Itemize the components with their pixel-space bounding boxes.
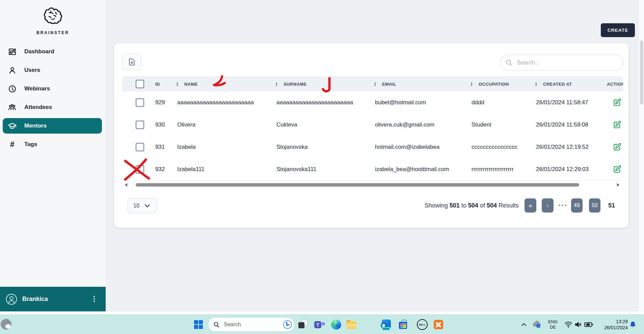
cell-occupation: dddd (472, 99, 484, 106)
onedrive-status-icon[interactable]: i (532, 321, 541, 329)
sort-icon[interactable]: ↕ (470, 81, 473, 87)
page-bottom-strip (0, 311, 644, 314)
cell-created-at: 26/01/2024 12:19:52 (536, 144, 589, 150)
sidebar-item-webinars[interactable]: Webinars (3, 81, 102, 96)
table-search (500, 55, 623, 71)
dell-icon[interactable]: DELL (417, 319, 428, 330)
row-checkbox[interactable] (136, 99, 144, 107)
sort-icon[interactable]: ↕ (535, 81, 537, 87)
edit-button[interactable] (613, 143, 621, 151)
tray-chevron-up-icon[interactable] (521, 323, 527, 326)
user-profile-bar[interactable]: Brankica (0, 287, 106, 311)
pagination-current-page[interactable]: 51 (608, 198, 615, 213)
pagination-page-button[interactable]: 49 (571, 198, 583, 213)
notification-bell-icon[interactable] (629, 321, 637, 329)
edit-pencil-icon (613, 143, 621, 151)
col-header-name[interactable]: NAME (184, 81, 198, 86)
task-view-icon[interactable] (298, 320, 308, 329)
pagination-first-button[interactable]: « (525, 198, 536, 213)
row-checkbox[interactable] (136, 165, 144, 174)
teams-icon[interactable]: T (314, 319, 325, 330)
sidebar-item-tags[interactable]: # Tags (3, 137, 102, 152)
table-horizontal-scrollbar[interactable] (122, 183, 623, 187)
battery-icon[interactable] (584, 321, 593, 328)
scroll-left-arrow-icon[interactable] (125, 183, 127, 187)
taskbar-clock[interactable]: 13:29 26/01/2024 (597, 318, 628, 331)
pagination-page-button[interactable]: 50 (589, 198, 600, 213)
edit-button[interactable] (613, 98, 621, 107)
brand-logo: BRAINSTER (0, 7, 106, 35)
sidebar-item-attendees[interactable]: Attendees (3, 100, 102, 115)
sidebar-item-label: Mentors (24, 122, 47, 129)
edge-browser-icon[interactable] (331, 319, 341, 330)
wifi-icon[interactable] (564, 321, 572, 328)
taskbar-search-input[interactable] (223, 321, 275, 328)
sort-icon[interactable]: ↕ (275, 81, 278, 87)
scroll-right-arrow-icon[interactable] (617, 183, 619, 187)
chevron-down-icon (145, 204, 150, 207)
scrollbar-thumb[interactable] (136, 183, 579, 187)
scrollbar-thumb[interactable] (640, 40, 643, 105)
hash-icon: # (7, 140, 17, 149)
volume-icon[interactable] (574, 321, 582, 328)
language-indicator[interactable]: ENGDE (546, 319, 560, 330)
taskbar-search[interactable] (208, 317, 294, 332)
outlook-icon[interactable]: NEW (381, 319, 391, 330)
col-header-occupation[interactable]: OCCUPATION (479, 81, 509, 86)
page-size-value: 10 (133, 203, 139, 209)
graduation-cap-icon (7, 121, 17, 131)
cell-surname: Cukleva (276, 121, 297, 128)
kebab-menu-icon[interactable] (93, 295, 96, 303)
pagination-ellipsis: ··· (558, 198, 568, 213)
cell-id: 929 (155, 99, 165, 106)
cell-email: hotmail.com@izabelabea (375, 144, 439, 150)
windows-start-icon[interactable] (194, 320, 203, 329)
page-vertical-scrollbar[interactable] (639, 0, 644, 314)
table-row: 931 Izabela Stojanovska hotmail.com@izab… (122, 136, 623, 159)
cell-created-at: 26/01/2024 11:58:47 (536, 99, 588, 106)
brainster-brain-icon (43, 7, 63, 28)
sidebar-item-label: Tags (24, 141, 37, 148)
sidebar-item-mentors[interactable]: Mentors (3, 118, 102, 134)
weather-widget-icon[interactable] (1, 319, 12, 330)
sort-icon[interactable]: ↕ (176, 81, 179, 87)
sidebar-item-users[interactable]: Users (3, 62, 102, 78)
cell-created-at: 26/01/2024 11:59:08 (536, 121, 588, 128)
clock-icon (7, 84, 17, 93)
microsoft-store-icon[interactable] (398, 319, 408, 330)
xampp-icon[interactable] (434, 320, 443, 329)
cell-occupation: rrrrrrrrrrrrrrrrrrrrrr (472, 166, 514, 173)
col-header-email[interactable]: EMAIL (382, 81, 396, 86)
export-button[interactable] (122, 54, 141, 70)
col-header-id[interactable]: ID (155, 81, 160, 86)
cell-surname: Stojanovska111 (276, 166, 316, 173)
time: 13:29 (616, 318, 628, 325)
sidebar: BRAINSTER Dashboard Users Webinars (0, 0, 106, 314)
cell-id: 931 (155, 144, 165, 150)
col-header-created-at[interactable]: CREATED AT (543, 81, 572, 86)
edit-pencil-icon (613, 120, 621, 129)
select-all-checkbox[interactable] (136, 80, 144, 88)
create-button[interactable]: CREATE (601, 23, 635, 37)
cell-occupation: cccccccccccccccc (472, 144, 517, 150)
results-summary: Showing 501 to 504 of 504 Results (425, 198, 519, 213)
edit-button[interactable] (613, 165, 621, 174)
cell-surname: Stojanovska (276, 144, 308, 150)
cell-id: 930 (155, 121, 165, 128)
cell-occupation: Student (472, 121, 491, 128)
col-header-surname[interactable]: SURNAME (284, 81, 307, 86)
edit-pencil-icon (613, 165, 621, 174)
table-row: 932 Izabela111 Stojanovska111 izabela_be… (122, 158, 623, 181)
sidebar-item-label: Users (24, 67, 40, 74)
date: 26/01/2024 (604, 325, 628, 331)
file-explorer-icon[interactable] (346, 321, 356, 329)
search-icon (213, 322, 220, 328)
pagination-prev-button[interactable]: ‹ (542, 198, 554, 213)
edit-button[interactable] (613, 120, 621, 129)
sidebar-item-dashboard[interactable]: Dashboard (3, 44, 102, 59)
search-input[interactable] (516, 59, 612, 66)
page-size-select[interactable]: 10 (128, 198, 157, 213)
sort-icon[interactable]: ↕ (374, 81, 376, 87)
row-checkbox[interactable] (136, 143, 144, 151)
row-checkbox[interactable] (136, 121, 144, 129)
